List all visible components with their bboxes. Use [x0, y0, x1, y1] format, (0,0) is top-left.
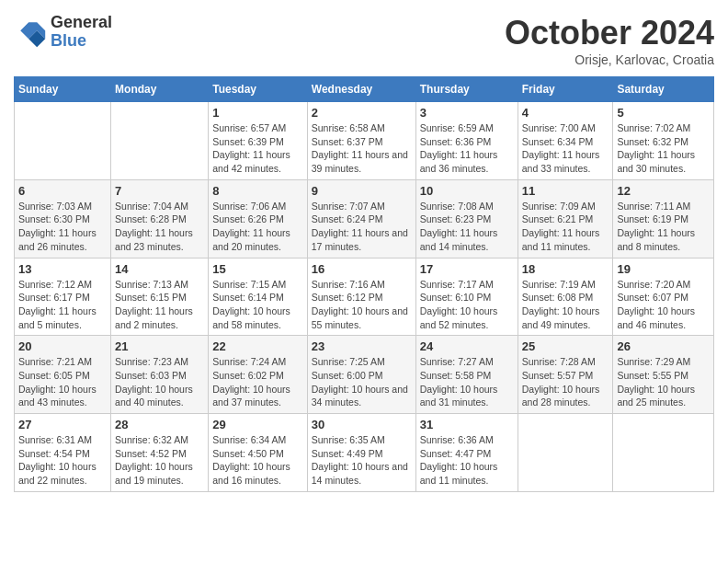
calendar-cell: 26Sunrise: 7:29 AMSunset: 5:55 PMDayligh…: [613, 336, 714, 414]
calendar-cell: 10Sunrise: 7:08 AMSunset: 6:23 PMDayligh…: [415, 179, 518, 258]
calendar-cell: 31Sunrise: 6:36 AMSunset: 4:47 PMDayligh…: [415, 414, 518, 492]
day-info: Sunrise: 7:04 AMSunset: 6:28 PMDaylight:…: [115, 200, 204, 254]
day-info: Sunrise: 7:23 AMSunset: 6:03 PMDaylight:…: [115, 355, 204, 409]
logo-text: General Blue: [51, 14, 112, 51]
day-number: 18: [522, 262, 609, 276]
weekday-header: Thursday: [415, 77, 518, 102]
calendar-cell: 8Sunrise: 7:06 AMSunset: 6:26 PMDaylight…: [209, 179, 308, 258]
calendar-cell: 30Sunrise: 6:35 AMSunset: 4:49 PMDayligh…: [307, 414, 415, 492]
day-number: 31: [420, 418, 514, 431]
day-info: Sunrise: 7:24 AMSunset: 6:02 PMDaylight:…: [212, 355, 303, 409]
day-info: Sunrise: 7:15 AMSunset: 6:14 PMDaylight:…: [212, 278, 303, 332]
weekday-header: Tuesday: [209, 77, 308, 102]
logo-line2: Blue: [51, 32, 112, 51]
calendar-cell: 21Sunrise: 7:23 AMSunset: 6:03 PMDayligh…: [111, 336, 209, 414]
day-info: Sunrise: 6:36 AMSunset: 4:47 PMDaylight:…: [420, 433, 514, 488]
logo-line1: General: [51, 14, 112, 32]
calendar-cell: 18Sunrise: 7:19 AMSunset: 6:08 PMDayligh…: [518, 258, 613, 336]
day-info: Sunrise: 6:57 AMSunset: 6:39 PMDaylight:…: [212, 121, 303, 176]
calendar-cell: 23Sunrise: 7:25 AMSunset: 6:00 PMDayligh…: [307, 336, 415, 414]
calendar-cell: 22Sunrise: 7:24 AMSunset: 6:02 PMDayligh…: [209, 336, 308, 414]
calendar-cell: 6Sunrise: 7:03 AMSunset: 6:30 PMDaylight…: [15, 179, 111, 258]
calendar-cell: 12Sunrise: 7:11 AMSunset: 6:19 PMDayligh…: [613, 179, 714, 258]
calendar-cell: 17Sunrise: 7:17 AMSunset: 6:10 PMDayligh…: [415, 258, 518, 336]
day-info: Sunrise: 6:31 AMSunset: 4:54 PMDaylight:…: [18, 433, 107, 488]
day-number: 14: [115, 262, 204, 276]
day-number: 24: [420, 339, 514, 353]
weekday-header: Sunday: [15, 77, 111, 102]
day-info: Sunrise: 7:27 AMSunset: 5:58 PMDaylight:…: [420, 355, 514, 409]
day-info: Sunrise: 6:59 AMSunset: 6:36 PMDaylight:…: [420, 121, 514, 176]
day-number: 7: [115, 184, 204, 198]
calendar-cell: 16Sunrise: 7:16 AMSunset: 6:12 PMDayligh…: [307, 258, 415, 336]
day-info: Sunrise: 7:25 AMSunset: 6:00 PMDaylight:…: [312, 355, 412, 409]
logo: General Blue: [14, 14, 112, 51]
weekday-header-row: SundayMondayTuesdayWednesdayThursdayFrid…: [15, 77, 714, 102]
weekday-header: Monday: [111, 77, 209, 102]
day-info: Sunrise: 7:16 AMSunset: 6:12 PMDaylight:…: [312, 278, 412, 332]
day-info: Sunrise: 7:12 AMSunset: 6:17 PMDaylight:…: [18, 278, 107, 332]
calendar-cell: 27Sunrise: 6:31 AMSunset: 4:54 PMDayligh…: [15, 414, 111, 492]
day-number: 4: [522, 106, 609, 120]
calendar-cell: 28Sunrise: 6:32 AMSunset: 4:52 PMDayligh…: [111, 414, 209, 492]
day-info: Sunrise: 7:13 AMSunset: 6:15 PMDaylight:…: [115, 278, 204, 332]
day-number: 30: [312, 418, 412, 431]
day-info: Sunrise: 6:34 AMSunset: 4:50 PMDaylight:…: [212, 433, 303, 488]
day-number: 23: [312, 339, 412, 353]
day-info: Sunrise: 7:08 AMSunset: 6:23 PMDaylight:…: [420, 200, 514, 254]
calendar-cell: [518, 414, 613, 492]
day-info: Sunrise: 7:11 AMSunset: 6:19 PMDaylight:…: [617, 200, 710, 254]
day-number: 5: [617, 106, 710, 120]
calendar-cell: [613, 414, 714, 492]
calendar-cell: 13Sunrise: 7:12 AMSunset: 6:17 PMDayligh…: [15, 258, 111, 336]
day-info: Sunrise: 6:35 AMSunset: 4:49 PMDaylight:…: [312, 433, 412, 488]
calendar-cell: [111, 102, 209, 180]
day-info: Sunrise: 7:19 AMSunset: 6:08 PMDaylight:…: [522, 278, 609, 332]
calendar-week-row: 20Sunrise: 7:21 AMSunset: 6:05 PMDayligh…: [15, 336, 714, 414]
calendar-cell: [15, 102, 111, 180]
calendar-cell: 2Sunrise: 6:58 AMSunset: 6:37 PMDaylight…: [307, 102, 415, 180]
day-number: 17: [420, 262, 514, 276]
day-number: 20: [18, 339, 107, 353]
day-info: Sunrise: 6:32 AMSunset: 4:52 PMDaylight:…: [115, 433, 204, 488]
calendar-cell: 11Sunrise: 7:09 AMSunset: 6:21 PMDayligh…: [518, 179, 613, 258]
day-number: 3: [420, 106, 514, 120]
weekday-header: Wednesday: [307, 77, 415, 102]
day-number: 9: [312, 184, 412, 198]
day-info: Sunrise: 7:03 AMSunset: 6:30 PMDaylight:…: [18, 200, 107, 254]
calendar-cell: 15Sunrise: 7:15 AMSunset: 6:14 PMDayligh…: [209, 258, 308, 336]
day-info: Sunrise: 7:07 AMSunset: 6:24 PMDaylight:…: [312, 200, 412, 254]
calendar-week-row: 27Sunrise: 6:31 AMSunset: 4:54 PMDayligh…: [15, 414, 714, 492]
day-number: 16: [312, 262, 412, 276]
calendar-cell: 3Sunrise: 6:59 AMSunset: 6:36 PMDaylight…: [415, 102, 518, 180]
calendar-cell: 20Sunrise: 7:21 AMSunset: 6:05 PMDayligh…: [15, 336, 111, 414]
calendar-cell: 25Sunrise: 7:28 AMSunset: 5:57 PMDayligh…: [518, 336, 613, 414]
day-number: 10: [420, 184, 514, 198]
day-info: Sunrise: 7:20 AMSunset: 6:07 PMDaylight:…: [617, 278, 710, 332]
calendar-week-row: 1Sunrise: 6:57 AMSunset: 6:39 PMDaylight…: [15, 102, 714, 180]
day-info: Sunrise: 7:02 AMSunset: 6:32 PMDaylight:…: [617, 121, 710, 176]
calendar-cell: 4Sunrise: 7:00 AMSunset: 6:34 PMDaylight…: [518, 102, 613, 180]
title-area: October 2024 Orisje, Karlovac, Croatia: [505, 14, 714, 67]
day-number: 2: [312, 106, 412, 120]
day-number: 26: [617, 339, 710, 353]
day-number: 29: [212, 418, 303, 431]
calendar-cell: 1Sunrise: 6:57 AMSunset: 6:39 PMDaylight…: [209, 102, 308, 180]
day-number: 12: [617, 184, 710, 198]
day-number: 28: [115, 418, 204, 431]
day-number: 22: [212, 339, 303, 353]
calendar-week-row: 13Sunrise: 7:12 AMSunset: 6:17 PMDayligh…: [15, 258, 714, 336]
weekday-header: Friday: [518, 77, 613, 102]
day-number: 8: [212, 184, 303, 198]
calendar-cell: 24Sunrise: 7:27 AMSunset: 5:58 PMDayligh…: [415, 336, 518, 414]
calendar-cell: 5Sunrise: 7:02 AMSunset: 6:32 PMDaylight…: [613, 102, 714, 180]
day-info: Sunrise: 7:21 AMSunset: 6:05 PMDaylight:…: [18, 355, 107, 409]
calendar-cell: 9Sunrise: 7:07 AMSunset: 6:24 PMDaylight…: [307, 179, 415, 258]
calendar-cell: 29Sunrise: 6:34 AMSunset: 4:50 PMDayligh…: [209, 414, 308, 492]
page-header: General Blue October 2024 Orisje, Karlov…: [14, 14, 714, 67]
day-info: Sunrise: 7:09 AMSunset: 6:21 PMDaylight:…: [522, 200, 609, 254]
day-number: 1: [212, 106, 303, 120]
calendar-cell: 14Sunrise: 7:13 AMSunset: 6:15 PMDayligh…: [111, 258, 209, 336]
month-title: October 2024: [505, 14, 714, 52]
day-number: 19: [617, 262, 710, 276]
